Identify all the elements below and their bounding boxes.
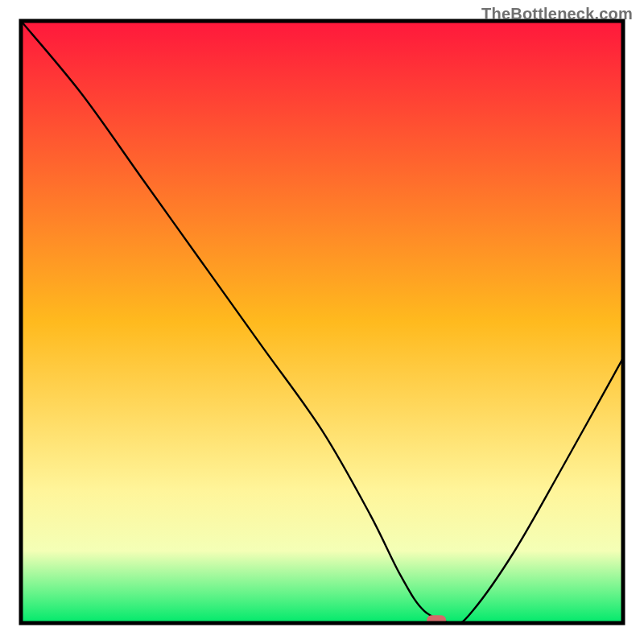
background-gradient <box>21 21 623 623</box>
bottleneck-chart <box>0 0 644 644</box>
watermark-label: TheBottleneck.com <box>481 5 633 23</box>
chart-container: TheBottleneck.com <box>0 0 644 644</box>
